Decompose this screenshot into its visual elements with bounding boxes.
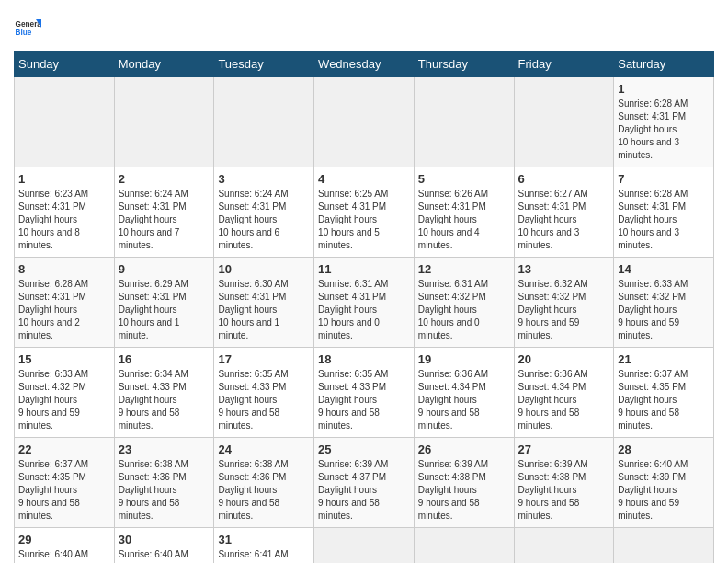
calendar-cell — [514, 528, 614, 564]
calendar-header-row: SundayMondayTuesdayWednesdayThursdayFrid… — [15, 52, 714, 77]
day-info: Sunrise: 6:30 AMSunset: 4:31 PMDaylight … — [218, 278, 310, 342]
calendar-cell: 13Sunrise: 6:32 AMSunset: 4:32 PMDayligh… — [514, 258, 614, 348]
calendar-week-row: 1Sunrise: 6:23 AMSunset: 4:31 PMDaylight… — [15, 167, 714, 258]
day-info: Sunrise: 6:37 AMSunset: 4:35 PMDaylight … — [18, 458, 110, 523]
calendar-cell: 19Sunrise: 6:36 AMSunset: 4:34 PMDayligh… — [414, 348, 514, 438]
calendar-table: SundayMondayTuesdayWednesdayThursdayFrid… — [14, 51, 714, 563]
day-number: 27 — [518, 442, 610, 456]
day-info: Sunrise: 6:28 AMSunset: 4:31 PMDaylight … — [18, 278, 110, 342]
calendar-cell: 23Sunrise: 6:38 AMSunset: 4:36 PMDayligh… — [114, 438, 214, 528]
page-header: General Blue — [14, 14, 714, 41]
weekday-header-tuesday: Tuesday — [214, 52, 314, 77]
calendar-cell: 10Sunrise: 6:30 AMSunset: 4:31 PMDayligh… — [214, 258, 314, 348]
calendar-cell — [114, 77, 214, 167]
calendar-cell — [214, 77, 314, 167]
calendar-cell: 5Sunrise: 6:26 AMSunset: 4:31 PMDaylight… — [414, 167, 514, 258]
calendar-cell: 30Sunrise: 6:40 AMSunset: 4:40 PMDayligh… — [114, 528, 214, 564]
calendar-cell — [414, 77, 514, 167]
weekday-header-thursday: Thursday — [414, 52, 514, 77]
calendar-cell: 1Sunrise: 6:23 AMSunset: 4:31 PMDaylight… — [15, 167, 115, 258]
day-info: Sunrise: 6:40 AMSunset: 4:40 PMDaylight … — [119, 548, 210, 563]
day-number: 3 — [218, 172, 310, 186]
day-info: Sunrise: 6:28 AMSunset: 4:31 PMDaylight … — [618, 188, 710, 252]
day-number: 30 — [119, 533, 210, 546]
calendar-cell: 26Sunrise: 6:39 AMSunset: 4:38 PMDayligh… — [414, 438, 514, 528]
day-number: 10 — [218, 262, 310, 276]
day-number: 11 — [318, 262, 410, 276]
calendar-cell: 15Sunrise: 6:33 AMSunset: 4:32 PMDayligh… — [15, 348, 115, 438]
day-info: Sunrise: 6:35 AMSunset: 4:33 PMDaylight … — [318, 368, 410, 432]
calendar-week-row: 15Sunrise: 6:33 AMSunset: 4:32 PMDayligh… — [15, 348, 714, 438]
calendar-cell: 2Sunrise: 6:24 AMSunset: 4:31 PMDaylight… — [114, 167, 214, 258]
day-number: 6 — [518, 172, 610, 186]
day-info: Sunrise: 6:24 AMSunset: 4:31 PMDaylight … — [119, 188, 210, 252]
calendar-cell: 3Sunrise: 6:24 AMSunset: 4:31 PMDaylight… — [214, 167, 314, 258]
day-number: 7 — [618, 172, 710, 186]
day-info: Sunrise: 6:39 AMSunset: 4:37 PMDaylight … — [318, 458, 410, 523]
calendar-cell: 6Sunrise: 6:27 AMSunset: 4:31 PMDaylight… — [514, 167, 614, 258]
day-info: Sunrise: 6:39 AMSunset: 4:38 PMDaylight … — [418, 458, 510, 523]
svg-text:Blue: Blue — [16, 29, 32, 37]
day-number: 2 — [119, 172, 210, 186]
weekday-header-saturday: Saturday — [614, 52, 714, 77]
day-number: 14 — [618, 262, 710, 276]
day-info: Sunrise: 6:23 AMSunset: 4:31 PMDaylight … — [18, 188, 110, 252]
day-number: 23 — [119, 442, 210, 456]
day-number: 8 — [18, 262, 110, 276]
calendar-cell: 20Sunrise: 6:36 AMSunset: 4:34 PMDayligh… — [514, 348, 614, 438]
calendar-cell — [15, 77, 115, 167]
day-number: 4 — [318, 172, 410, 186]
day-number: 15 — [18, 352, 110, 366]
day-info: Sunrise: 6:31 AMSunset: 4:31 PMDaylight … — [318, 278, 410, 342]
weekday-header-friday: Friday — [514, 52, 614, 77]
calendar-cell: 1Sunrise: 6:28 AMSunset: 4:31 PMDaylight… — [614, 77, 714, 167]
calendar-week-row: 1Sunrise: 6:28 AMSunset: 4:31 PMDaylight… — [15, 77, 714, 167]
calendar-cell: 14Sunrise: 6:33 AMSunset: 4:32 PMDayligh… — [614, 258, 714, 348]
day-number: 1 — [618, 82, 710, 96]
day-number: 21 — [618, 352, 710, 366]
calendar-cell: 8Sunrise: 6:28 AMSunset: 4:31 PMDaylight… — [15, 258, 115, 348]
day-number: 13 — [518, 262, 610, 276]
calendar-cell: 28Sunrise: 6:40 AMSunset: 4:39 PMDayligh… — [614, 438, 714, 528]
calendar-cell — [614, 528, 714, 564]
calendar-cell: 9Sunrise: 6:29 AMSunset: 4:31 PMDaylight… — [114, 258, 214, 348]
weekday-header-sunday: Sunday — [15, 52, 115, 77]
day-info: Sunrise: 6:29 AMSunset: 4:31 PMDaylight … — [119, 278, 210, 342]
day-info: Sunrise: 6:38 AMSunset: 4:36 PMDaylight … — [119, 458, 210, 523]
day-info: Sunrise: 6:36 AMSunset: 4:34 PMDaylight … — [518, 368, 610, 432]
day-number: 1 — [18, 172, 110, 186]
calendar-cell: 27Sunrise: 6:39 AMSunset: 4:38 PMDayligh… — [514, 438, 614, 528]
day-info: Sunrise: 6:34 AMSunset: 4:33 PMDaylight … — [119, 368, 210, 432]
day-number: 26 — [418, 442, 510, 456]
day-number: 28 — [618, 442, 710, 456]
weekday-header-monday: Monday — [114, 52, 214, 77]
day-info: Sunrise: 6:41 AMSunset: 4:41 PMDaylight … — [218, 548, 310, 563]
calendar-week-row: 29Sunrise: 6:40 AMSunset: 4:39 PMDayligh… — [15, 528, 714, 564]
day-number: 12 — [418, 262, 510, 276]
day-info: Sunrise: 6:36 AMSunset: 4:34 PMDaylight … — [418, 368, 510, 432]
day-info: Sunrise: 6:28 AMSunset: 4:31 PMDaylight … — [618, 98, 710, 162]
calendar-cell: 25Sunrise: 6:39 AMSunset: 4:37 PMDayligh… — [314, 438, 415, 528]
day-number: 29 — [18, 533, 110, 546]
day-info: Sunrise: 6:39 AMSunset: 4:38 PMDaylight … — [518, 458, 610, 523]
day-info: Sunrise: 6:40 AMSunset: 4:39 PMDaylight … — [18, 548, 110, 563]
calendar-cell: 18Sunrise: 6:35 AMSunset: 4:33 PMDayligh… — [314, 348, 415, 438]
day-number: 22 — [18, 442, 110, 456]
day-info: Sunrise: 6:27 AMSunset: 4:31 PMDaylight … — [518, 188, 610, 252]
day-info: Sunrise: 6:40 AMSunset: 4:39 PMDaylight … — [618, 458, 710, 523]
weekday-header-wednesday: Wednesday — [314, 52, 415, 77]
calendar-cell: 17Sunrise: 6:35 AMSunset: 4:33 PMDayligh… — [214, 348, 314, 438]
calendar-cell: 12Sunrise: 6:31 AMSunset: 4:32 PMDayligh… — [414, 258, 514, 348]
day-info: Sunrise: 6:25 AMSunset: 4:31 PMDaylight … — [318, 188, 410, 252]
logo: General Blue — [14, 14, 41, 41]
calendar-cell: 31Sunrise: 6:41 AMSunset: 4:41 PMDayligh… — [214, 528, 314, 564]
calendar-cell — [314, 528, 415, 564]
day-number: 5 — [418, 172, 510, 186]
day-info: Sunrise: 6:33 AMSunset: 4:32 PMDaylight … — [18, 368, 110, 432]
calendar-week-row: 8Sunrise: 6:28 AMSunset: 4:31 PMDaylight… — [15, 258, 714, 348]
day-info: Sunrise: 6:33 AMSunset: 4:32 PMDaylight … — [618, 278, 710, 342]
day-number: 9 — [119, 262, 210, 276]
day-info: Sunrise: 6:35 AMSunset: 4:33 PMDaylight … — [218, 368, 310, 432]
calendar-cell — [314, 77, 415, 167]
day-info: Sunrise: 6:38 AMSunset: 4:36 PMDaylight … — [218, 458, 310, 523]
